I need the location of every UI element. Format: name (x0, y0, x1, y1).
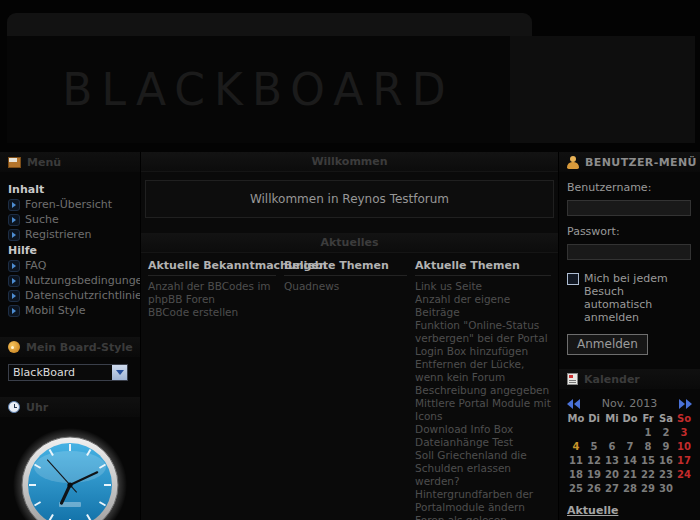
main-content: Willkommen Willkommen in Reynos Testforu… (141, 152, 558, 520)
clock-section: Uhr (0, 397, 140, 520)
header-band: BLACKBOARD (7, 36, 695, 143)
logo-text: BLACKBOARD (62, 64, 454, 115)
topic-link[interactable]: Download Info Box (415, 423, 551, 436)
calendar-next-icon[interactable] (678, 399, 692, 409)
calendar-month-label: Nov. 2013 (602, 397, 658, 410)
calendar-day: 15 (639, 455, 657, 468)
topic-link[interactable]: Entfernen der Lücke, wenn kein Forum Bes… (415, 358, 551, 397)
calendar-day: 26 (585, 483, 603, 496)
calendar-prev-icon[interactable] (567, 399, 581, 409)
day-header: Do (621, 413, 639, 426)
events-section: Aktuelle Veranstaltungen: Keine aktuelle… (567, 504, 692, 520)
sidebar-item-registrieren[interactable]: Registrieren (8, 228, 134, 241)
topic-link[interactable]: Soll Griechenland die Schulden erlassen … (415, 449, 551, 488)
header: BLACKBOARD (7, 13, 695, 143)
sidebar-item-nutzungsbedingungen[interactable]: Nutzungsbedingungen (8, 274, 134, 287)
menu-group-inhalt: Inhalt (8, 183, 134, 196)
user-menu-title: BENUTZER-MENÜ (559, 152, 700, 172)
calendar-day: 12 (585, 455, 603, 468)
calendar-day: 25 (567, 483, 585, 496)
arrow-right-icon (8, 229, 20, 241)
calendar-nav: Nov. 2013 (567, 397, 692, 410)
board-style-select[interactable]: BlackBoard (8, 364, 128, 381)
calendar-section: Kalender Nov. 2013 Mo Di Mi Do Fr Sa So (567, 369, 692, 496)
calendar-day: 23 (657, 469, 675, 482)
calendar-day: 28 (621, 483, 639, 496)
calendar-icon (567, 373, 578, 385)
topic-link[interactable]: Foren als gelesen markieren bei Unread P… (415, 514, 551, 520)
calendar-day-sunday[interactable]: 3 (675, 427, 693, 440)
menu-group-hilfe: Hilfe (8, 244, 134, 257)
main-layout: Menü Inhalt Foren-Übersicht Suche Regist… (0, 152, 700, 520)
calendar-day: 13 (603, 455, 621, 468)
willkommen-header-bar: Willkommen (141, 152, 558, 172)
day-header: Sa (657, 413, 675, 426)
username-label: Benutzername: (567, 181, 692, 194)
arrow-right-icon (8, 214, 20, 226)
arrow-right-icon (8, 290, 20, 302)
remember-me-checkbox[interactable] (567, 273, 579, 285)
sidebar-item-datenschutzrichtlinie[interactable]: Datenschutzrichtlinie (8, 289, 134, 302)
column-header: Aktuelle Bekanntmachungen (148, 257, 276, 276)
calendar-day: 27 (603, 483, 621, 496)
clock-icon (8, 401, 20, 413)
column-header: Beliebte Themen (284, 257, 407, 276)
calendar-day-today[interactable]: 4 (567, 441, 585, 454)
analog-clock-svg (8, 423, 132, 520)
sidebar-item-faq[interactable]: FAQ (8, 259, 134, 272)
sidebar-item-suche[interactable]: Suche (8, 213, 134, 226)
sidebar-item-foren-uebersicht[interactable]: Foren-Übersicht (8, 198, 134, 211)
calendar-day: 29 (639, 483, 657, 496)
arrow-right-icon (8, 275, 20, 287)
popular-topic-link[interactable]: Quadnews (284, 280, 407, 293)
calendar-day: 16 (657, 455, 675, 468)
calendar-day: 2 (657, 427, 675, 440)
topic-link[interactable]: Hintergrundfarben der Portalmodule änder… (415, 488, 551, 514)
login-button[interactable]: Anmelden (567, 334, 648, 355)
column-header: Aktuelle Themen (415, 257, 551, 276)
calendar-day: 20 (603, 469, 621, 482)
password-field[interactable] (567, 244, 691, 260)
remember-me-label: Mich bei jedem Besuch automatisch anmeld… (584, 272, 692, 324)
topic-link[interactable]: Funktion "Online-Status verbergen" bei d… (415, 319, 551, 358)
arrow-right-icon (8, 260, 20, 272)
arrow-right-icon (8, 305, 20, 317)
column-beliebte-themen: Beliebte Themen Quadnews (280, 257, 411, 520)
calendar-day: 19 (585, 469, 603, 482)
remember-me-option[interactable]: Mich bei jedem Besuch automatisch anmeld… (567, 272, 692, 324)
calendar-day (603, 427, 621, 440)
column-aktuelle-themen: Aktuelle Themen Link us Seite Anzahl der… (411, 257, 555, 520)
calendar-day-sunday (675, 483, 693, 496)
calendar-day-sunday[interactable]: 24 (675, 469, 693, 482)
sidebar-item-mobil-style[interactable]: Mobil Style (8, 304, 134, 317)
current-events-header[interactable]: Aktuelle Veranstaltungen: (567, 504, 692, 520)
board-style-title: Mein Board-Style (0, 337, 140, 357)
calendar-day: 14 (621, 455, 639, 468)
announcement-link[interactable]: BBCode erstellen (148, 306, 276, 319)
user-icon (567, 156, 579, 169)
calendar-day-sunday[interactable]: 10 (675, 441, 693, 454)
sidebar-right: BENUTZER-MENÜ Benutzername: Passwort: Mi… (559, 152, 700, 520)
menu-icon (8, 157, 21, 168)
calendar-day-sunday[interactable]: 17 (675, 455, 693, 468)
calendar-day: 22 (639, 469, 657, 482)
topic-link[interactable]: Anzahl der eigene Beiträge (415, 293, 551, 319)
announcement-link[interactable]: Anzahl der BBCodes im phpBB Foren (148, 280, 276, 306)
forum-page: BLACKBOARD Menü Inhalt Foren-Übersicht S… (0, 0, 700, 520)
aktuelles-header-bar: Aktuelles (141, 233, 558, 253)
calendar-day: 8 (639, 441, 657, 454)
board-style-section: Mein Board-Style BlackBoard (0, 337, 140, 381)
chevron-down-icon[interactable] (112, 365, 127, 380)
day-header: Mi (603, 413, 621, 426)
calendar-day: 1 (639, 427, 657, 440)
username-field[interactable] (567, 200, 691, 216)
clock-section-title: Uhr (0, 397, 140, 417)
day-header: Fr (639, 413, 657, 426)
calendar-day (567, 427, 585, 440)
header-tab (7, 13, 532, 36)
analog-clock (0, 423, 140, 520)
topic-link[interactable]: Dateianhänge Test (415, 436, 551, 449)
calendar-day: 9 (657, 441, 675, 454)
topic-link[interactable]: Mittlere Portal Module mit Icons (415, 397, 551, 423)
topic-link[interactable]: Link us Seite (415, 280, 551, 293)
